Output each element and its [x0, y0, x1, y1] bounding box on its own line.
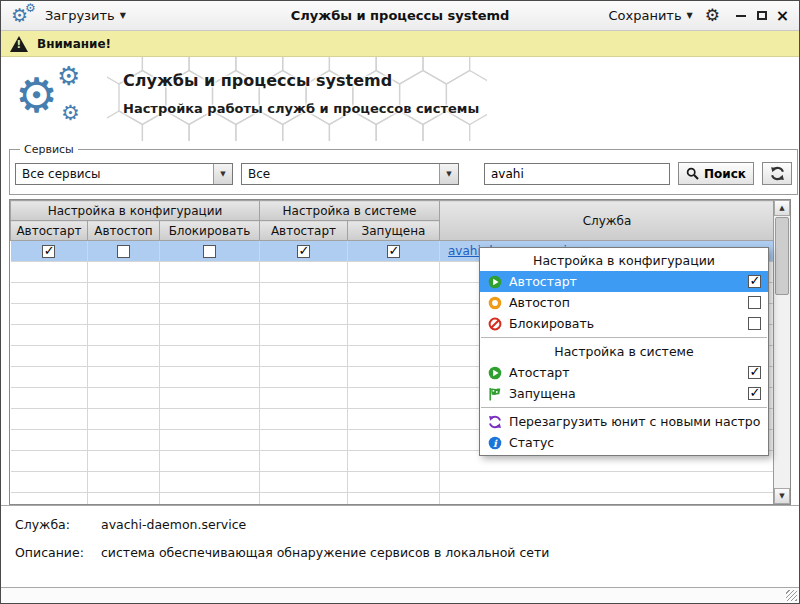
banner-title: Службы и процессы systemd — [123, 71, 392, 90]
warning-bar: Внимание! — [1, 31, 799, 57]
app-gears-icon: ⚙⚙ — [11, 4, 38, 28]
services-legend: Сервисы — [20, 143, 78, 156]
menu-item-config-autostop[interactable]: Автостоп — [480, 292, 768, 313]
menu-item-config-autostop-checkbox[interactable] — [748, 296, 761, 309]
column-header-config-block: Блокировать — [160, 221, 260, 241]
save-menu-button[interactable]: Сохранить ▼ — [608, 8, 692, 23]
app-window: ⚙⚙ Загрузить ▼ Службы и процессы systemd… — [0, 0, 800, 604]
search-button[interactable]: Поиск — [678, 162, 754, 185]
flag-icon — [487, 387, 502, 401]
column-header-system-autostart: Автостарт — [260, 221, 348, 241]
menu-item-system-running-checkbox[interactable] — [748, 387, 761, 400]
description-value: система обеспечивающая обнаружение серви… — [101, 545, 549, 560]
menu-item-label: Атостарт — [509, 365, 741, 380]
search-input[interactable] — [484, 163, 670, 185]
menu-item-config-block-checkbox[interactable] — [748, 317, 761, 330]
menu-header-config: Настройка в конфигурации — [480, 250, 768, 271]
titlebar: ⚙⚙ Загрузить ▼ Службы и процессы systemd… — [1, 1, 799, 31]
menu-item-system-autostart-checkbox[interactable] — [748, 366, 761, 379]
stop-icon — [487, 296, 502, 310]
menu-item-label: Блокировать — [509, 316, 741, 331]
search-button-label: Поиск — [704, 167, 746, 181]
block-icon — [487, 317, 502, 331]
empty-row — [11, 493, 775, 506]
load-menu-label: Загрузить — [45, 8, 115, 23]
search-icon — [686, 167, 699, 180]
scroll-down-button[interactable]: ▼ — [774, 488, 790, 504]
banner-subtitle: Настройка работы служб и процессов систе… — [123, 101, 479, 116]
service-value: avachi-daemon.service — [101, 517, 246, 532]
services-fieldset: Сервисы Все сервисы ▼ Все ▼ Поиск — [9, 143, 798, 195]
empty-row — [11, 472, 775, 493]
refresh-icon — [770, 166, 785, 181]
column-header-config-autostop: Автостоп — [88, 221, 160, 241]
warning-icon — [10, 36, 28, 52]
menu-item-label: Автостарт — [509, 274, 741, 289]
menu-item-label: Автостоп — [509, 295, 741, 310]
scroll-up-button[interactable]: ▲ — [774, 200, 790, 216]
menu-item-reload-unit[interactable]: Перезагрузить юнит с новыми настройками — [480, 411, 768, 432]
group-header-system: Настройка в системе — [260, 201, 440, 221]
chevron-down-icon: ▼ — [120, 11, 126, 20]
vertical-scrollbar[interactable]: ▲ ▼ — [773, 200, 790, 504]
menu-item-config-block[interactable]: Блокировать — [480, 313, 768, 334]
warning-text: Внимание! — [37, 37, 111, 51]
minimize-button[interactable] — [734, 9, 747, 22]
config-autostop-checkbox[interactable] — [117, 245, 130, 258]
state-select[interactable]: Все ▼ — [241, 163, 459, 185]
menu-separator — [481, 337, 767, 338]
config-autostart-checkbox[interactable] — [42, 245, 55, 258]
settings-gear-icon[interactable]: ⚙ — [705, 7, 720, 24]
details-panel: Служба: avachi-daemon.service Описание: … — [1, 505, 799, 560]
hexagon-pattern — [107, 57, 487, 141]
play-icon — [487, 366, 502, 380]
column-header-config-autostart: Автостарт — [11, 221, 88, 241]
dropdown-arrow-icon[interactable]: ▼ — [213, 164, 232, 184]
save-menu-label: Сохранить — [608, 8, 681, 23]
group-header-config: Настройка в конфигурации — [11, 201, 260, 221]
close-button[interactable]: × — [776, 9, 789, 22]
maximize-button[interactable] — [755, 9, 768, 22]
cell-system-autostart — [260, 241, 348, 262]
play-icon — [487, 275, 502, 289]
menu-item-status[interactable]: iСтатус — [480, 432, 768, 453]
system-running-checkbox[interactable] — [387, 245, 400, 258]
menu-item-system-running[interactable]: Запущена — [480, 383, 768, 404]
config-block-checkbox[interactable] — [203, 245, 216, 258]
menu-item-label: Статус — [509, 435, 761, 450]
dropdown-arrow-icon[interactable]: ▼ — [439, 164, 458, 184]
chevron-down-icon: ▼ — [687, 11, 693, 20]
load-menu-button[interactable]: Загрузить ▼ — [45, 8, 126, 23]
banner: ⚙⚙⚙ Службы и процессы systemd Настройка … — [1, 57, 799, 141]
cell-system-running — [348, 241, 440, 262]
menu-header-system: Настройка в системе — [480, 341, 768, 362]
column-header-system-running: Запущена — [348, 221, 440, 241]
system-autostart-checkbox[interactable] — [297, 245, 310, 258]
cell-config-autostart — [11, 241, 88, 262]
state-value: Все — [242, 164, 439, 184]
reload-icon — [487, 415, 502, 429]
menu-item-label: Запущена — [509, 386, 741, 401]
service-label: Служба: — [15, 517, 101, 532]
column-header-service: Служба — [440, 201, 775, 241]
menu-item-label: Перезагрузить юнит с новыми настройками — [509, 414, 761, 429]
scrollbar-thumb[interactable] — [775, 217, 789, 295]
service-type-value: Все сервисы — [16, 164, 213, 184]
menu-item-config-autostart-checkbox[interactable] — [748, 275, 761, 288]
menu-separator — [481, 407, 767, 408]
service-type-select[interactable]: Все сервисы ▼ — [15, 163, 233, 185]
cell-config-block — [160, 241, 260, 262]
refresh-button[interactable] — [762, 162, 792, 185]
description-label: Описание: — [15, 545, 101, 560]
menu-item-system-autostart[interactable]: Атостарт — [480, 362, 768, 383]
app-logo-gears: ⚙⚙⚙ — [13, 61, 109, 139]
cell-config-autostop — [88, 241, 160, 262]
menu-item-config-autostart[interactable]: Автостарт — [480, 271, 768, 292]
resize-grip[interactable] — [786, 590, 797, 601]
info-icon: i — [487, 436, 502, 450]
status-bar — [1, 587, 799, 603]
window-controls: × — [734, 9, 789, 22]
context-menu: Настройка в конфигурацииАвтостартАвтосто… — [479, 247, 769, 456]
